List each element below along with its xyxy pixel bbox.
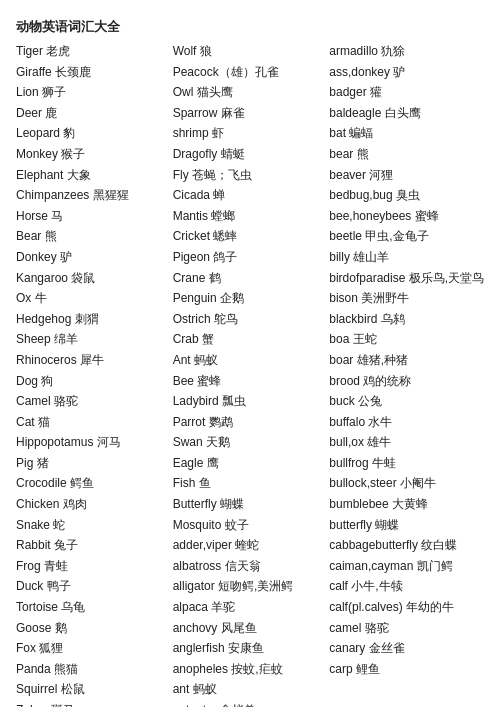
list-item: Tiger 老虎 — [16, 42, 173, 61]
list-item: caiman,cayman 凯门鳄 — [329, 557, 484, 576]
list-item: Peacock（雄）孔雀 — [173, 63, 330, 82]
list-item: Swan 天鹅 — [173, 433, 330, 452]
list-item: Eagle 鹰 — [173, 454, 330, 473]
list-item: calf(pl.calves) 年幼的牛 — [329, 598, 484, 617]
list-item: Squirrel 松鼠 — [16, 680, 173, 699]
list-item: Mosquito 蚊子 — [173, 516, 330, 535]
list-item: Ladybird 瓢虫 — [173, 392, 330, 411]
list-item: Fly 苍蝇；飞虫 — [173, 166, 330, 185]
list-item: Crane 鹤 — [173, 269, 330, 288]
list-item: Penguin 企鹅 — [173, 289, 330, 308]
list-item: Lion 狮子 — [16, 83, 173, 102]
list-item: Fish 鱼 — [173, 474, 330, 493]
list-item: bison 美洲野牛 — [329, 289, 484, 308]
list-item: beetle 甲虫,金龟子 — [329, 227, 484, 246]
column-2: Wolf 狼Peacock（雄）孔雀Owl 猫头鹰Sparrow 麻雀shrim… — [173, 42, 330, 707]
list-item: bumblebee 大黄蜂 — [329, 495, 484, 514]
list-item: Bee 蜜蜂 — [173, 372, 330, 391]
list-item: Pig 猪 — [16, 454, 173, 473]
list-item: Mantis 螳螂 — [173, 207, 330, 226]
list-item: beaver 河狸 — [329, 166, 484, 185]
list-item: albatross 信天翁 — [173, 557, 330, 576]
list-item: Chimpanzees 黑猩猩 — [16, 186, 173, 205]
list-item: Crocodile 鳄鱼 — [16, 474, 173, 493]
list-item: Cicada 蝉 — [173, 186, 330, 205]
list-item: Owl 猫头鹰 — [173, 83, 330, 102]
list-item: bullfrog 牛蛙 — [329, 454, 484, 473]
list-item: adder,viper 蝰蛇 — [173, 536, 330, 555]
list-item: brood 鸡的统称 — [329, 372, 484, 391]
list-item: Dragofly 蜻蜓 — [173, 145, 330, 164]
list-item: alpaca 羊驼 — [173, 598, 330, 617]
list-item: Fox 狐狸 — [16, 639, 173, 658]
list-item: Bear 熊 — [16, 227, 173, 246]
list-item: ass,donkey 驴 — [329, 63, 484, 82]
list-item: bear 熊 — [329, 145, 484, 164]
list-item: bullock,steer 小阉牛 — [329, 474, 484, 493]
list-item: Sparrow 麻雀 — [173, 104, 330, 123]
list-item: Sheep 绵羊 — [16, 330, 173, 349]
list-item: Leopard 豹 — [16, 124, 173, 143]
list-item: Pigeon 鸽子 — [173, 248, 330, 267]
list-item: Panda 熊猫 — [16, 660, 173, 679]
list-item: birdofparadise 极乐鸟,天堂鸟 — [329, 269, 484, 288]
list-item: Snake 蛇 — [16, 516, 173, 535]
list-item: Elephant 大象 — [16, 166, 173, 185]
list-item: canary 金丝雀 — [329, 639, 484, 658]
list-item: Tortoise 乌龟 — [16, 598, 173, 617]
list-item: Cat 猫 — [16, 413, 173, 432]
list-item: Ox 牛 — [16, 289, 173, 308]
list-item: carp 鲤鱼 — [329, 660, 484, 679]
list-item: Deer 鹿 — [16, 104, 173, 123]
list-item: Rhinoceros 犀牛 — [16, 351, 173, 370]
list-item: baldeagle 白头鹰 — [329, 104, 484, 123]
list-item: butterfly 蝴蝶 — [329, 516, 484, 535]
list-item: ant 蚂蚁 — [173, 680, 330, 699]
list-item: Monkey 猴子 — [16, 145, 173, 164]
list-item: bee,honeybees 蜜蜂 — [329, 207, 484, 226]
list-item: Chicken 鸡肉 — [16, 495, 173, 514]
list-item: armadillo 犰狳 — [329, 42, 484, 61]
list-item: Hippopotamus 河马 — [16, 433, 173, 452]
list-item: Giraffe 长颈鹿 — [16, 63, 173, 82]
list-item: buck 公兔 — [329, 392, 484, 411]
list-item: Kangaroo 袋鼠 — [16, 269, 173, 288]
list-item: Camel 骆驼 — [16, 392, 173, 411]
list-item: Donkey 驴 — [16, 248, 173, 267]
list-item: Ant 蚂蚁 — [173, 351, 330, 370]
list-item: Cricket 蟋蟀 — [173, 227, 330, 246]
list-item: alligator 短吻鳄,美洲鳄 — [173, 577, 330, 596]
list-item: anglerfish 安康鱼 — [173, 639, 330, 658]
list-item: Crab 蟹 — [173, 330, 330, 349]
page-title: 动物英语词汇大全 — [16, 18, 484, 36]
list-item: Parrot 鹦鹉 — [173, 413, 330, 432]
list-item: Goose 鹅 — [16, 619, 173, 638]
list-item: Hedgehog 刺猬 — [16, 310, 173, 329]
list-item: billy 雄山羊 — [329, 248, 484, 267]
list-item: Zebra 斑马 — [16, 701, 173, 707]
list-item: Butterfly 蝴蝶 — [173, 495, 330, 514]
list-item: badger 獾 — [329, 83, 484, 102]
list-item: buffalo 水牛 — [329, 413, 484, 432]
list-item: Duck 鸭子 — [16, 577, 173, 596]
list-item: boar 雄猪,种猪 — [329, 351, 484, 370]
list-item: camel 骆驼 — [329, 619, 484, 638]
list-item: blackbird 乌鸫 — [329, 310, 484, 329]
list-item: anchovy 风尾鱼 — [173, 619, 330, 638]
list-item: Wolf 狼 — [173, 42, 330, 61]
column-3: armadillo 犰狳ass,donkey 驴badger 獾baldeagl… — [329, 42, 484, 707]
list-item: bull,ox 雄牛 — [329, 433, 484, 452]
list-item: bedbug,bug 臭虫 — [329, 186, 484, 205]
column-1: Tiger 老虎Giraffe 长颈鹿Lion 狮子Deer 鹿Leopard … — [16, 42, 173, 707]
list-item: bat 蝙蝠 — [329, 124, 484, 143]
list-item: Dog 狗 — [16, 372, 173, 391]
list-item: cabbagebutterfly 纹白蝶 — [329, 536, 484, 555]
list-item: calf 小牛,牛犊 — [329, 577, 484, 596]
list-item: Rabbit 兔子 — [16, 536, 173, 555]
list-item: anopheles 按蚊,疟蚊 — [173, 660, 330, 679]
list-item: boa 王蛇 — [329, 330, 484, 349]
list-item: Ostrich 鸵鸟 — [173, 310, 330, 329]
list-item: Horse 马 — [16, 207, 173, 226]
list-item: anteater 食蚁兽 — [173, 701, 330, 707]
list-item: Frog 青蛙 — [16, 557, 173, 576]
